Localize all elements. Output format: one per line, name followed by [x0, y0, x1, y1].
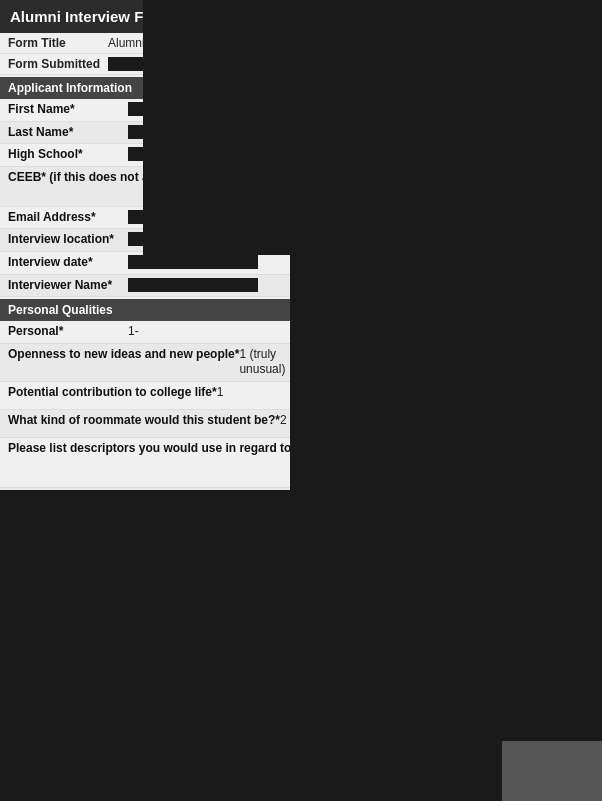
personal-qualities-header: Personal Qualities — [0, 299, 290, 321]
openness-label: Openness to new ideas and new people* — [8, 347, 239, 363]
contribution-value: 1 — [217, 385, 224, 401]
interviewer-name-row: Interviewer Name* — [0, 275, 290, 298]
interview-date-label: Interview date* — [8, 255, 128, 271]
openness-row: Openness to new ideas and new people* 1 … — [0, 344, 290, 382]
openness-value: 1 (truly unusual) — [239, 347, 285, 378]
form-submitted-label: Form Submitted — [8, 57, 108, 71]
high-school-label: High School* — [8, 147, 128, 163]
personal-row: Personal* 1- — [0, 321, 290, 344]
last-name-label: Last Name* — [8, 125, 128, 141]
personal-value: 1- — [128, 324, 139, 340]
contribution-row: Potential contribution to college life* … — [0, 382, 290, 410]
interview-location-label: Interview location* — [8, 232, 128, 248]
email-label: Email Address* — [8, 210, 128, 226]
first-name-label: First Name* — [8, 102, 128, 118]
roommate-row: What kind of roommate would this student… — [0, 410, 290, 438]
roommate-label: What kind of roommate would this student… — [8, 413, 280, 429]
bottom-right-light — [502, 741, 602, 801]
interviewer-name-label: Interviewer Name* — [8, 278, 128, 294]
personal-label: Personal* — [8, 324, 128, 340]
right-panel-dark — [290, 0, 602, 801]
roommate-value: 2 — [280, 413, 287, 429]
interview-date-value — [128, 255, 258, 269]
contribution-label: Potential contribution to college life* — [8, 385, 217, 401]
redact-overlay-right — [143, 0, 298, 255]
descriptors-row: Please list descriptors you would use in… — [0, 438, 290, 488]
interviewer-name-value — [128, 278, 258, 292]
form-title-label: Form Title — [8, 36, 108, 50]
bottom-panel-dark — [0, 490, 290, 801]
personal-qualities-header-text: Personal Qualities — [8, 303, 113, 317]
applicant-info-header-text: Applicant Information — [8, 81, 132, 95]
page-container: Alumni Interview Form Form Title Alumni … — [0, 0, 602, 801]
interview-date-row: Interview date* — [0, 252, 290, 275]
